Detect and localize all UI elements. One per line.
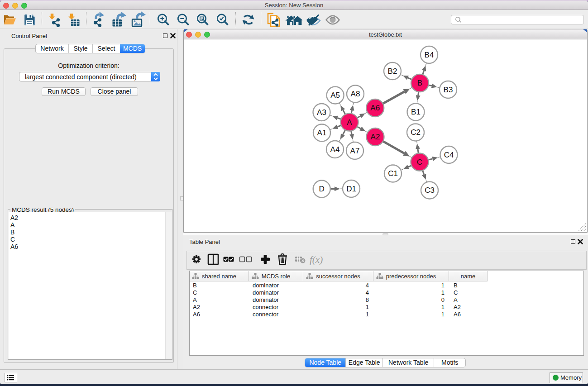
svg-text:C2: C2 <box>411 128 421 137</box>
svg-text:A3: A3 <box>317 108 326 117</box>
svg-text:D: D <box>319 185 325 193</box>
svg-text:A: A <box>347 118 352 127</box>
svg-text:B: B <box>417 79 422 87</box>
svg-text:C3: C3 <box>425 186 435 195</box>
svg-text:A2: A2 <box>371 133 380 141</box>
svg-text:B1: B1 <box>411 108 421 116</box>
svg-text:A1: A1 <box>317 129 327 137</box>
svg-text:D1: D1 <box>346 185 356 193</box>
svg-text:C4: C4 <box>444 151 454 159</box>
svg-text:A5: A5 <box>330 91 340 100</box>
svg-text:A8: A8 <box>351 90 360 98</box>
svg-text:B4: B4 <box>425 51 434 59</box>
svg-text:C1: C1 <box>388 169 398 178</box>
svg-text:A6: A6 <box>370 104 380 112</box>
svg-text:A7: A7 <box>350 147 360 155</box>
svg-text:C: C <box>417 158 422 167</box>
svg-text:B3: B3 <box>444 86 453 94</box>
svg-text:A4: A4 <box>330 145 340 154</box>
svg-text:B2: B2 <box>388 67 397 76</box>
